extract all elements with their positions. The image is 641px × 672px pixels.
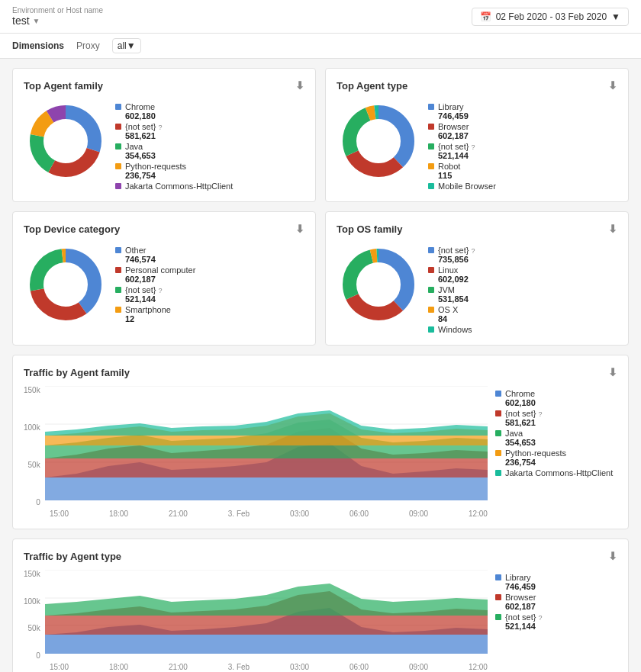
legend-dot — [495, 594, 501, 600]
svg-point-11 — [357, 120, 400, 162]
legend-dot — [428, 247, 434, 253]
agent-type-donut — [337, 99, 420, 185]
top-agent-type-card: Top Agent type ⬇ — [325, 68, 629, 202]
legend-item: Smartphone 12 — [115, 305, 195, 323]
legend-dot — [115, 143, 121, 150]
agent-type-legend: Library 746,459 Browser 602,187 — [428, 99, 496, 191]
top-device-category-title: Top Device category — [24, 223, 120, 235]
legend-item: {not set} ? 581,621 — [495, 409, 617, 427]
x-label: 18:00 — [109, 663, 128, 671]
header: Environment or Host name test ▼ 📅 02 Feb… — [0, 0, 641, 59]
legend-dot — [495, 574, 501, 580]
svg-point-22 — [357, 263, 400, 306]
traffic-agent-family-card: Traffic by Agent family ⬇ 150k 100k 50k … — [12, 355, 629, 529]
traffic-agent-family-title: Traffic by Agent family — [24, 367, 130, 378]
legend-item: Library 746,459 — [495, 573, 617, 591]
legend-dot — [428, 307, 434, 313]
top-agent-family-card: Top Agent family ⬇ — [12, 68, 316, 202]
env-name: test — [12, 14, 30, 27]
legend-dot — [115, 247, 121, 253]
y-label: 50k — [28, 461, 40, 469]
legend-dot — [495, 450, 501, 456]
download-agent-family[interactable]: ⬇ — [295, 79, 304, 92]
svg-point-16 — [44, 263, 87, 306]
date-range-picker[interactable]: 📅 02 Feb 2020 - 03 Feb 2020 ▼ — [472, 8, 629, 26]
top-agent-family-title: Top Agent family — [24, 80, 103, 92]
legend-dot — [495, 410, 501, 416]
legend-item: Jakarta Commons-HttpClient — [495, 468, 617, 477]
os-family-donut — [337, 243, 420, 329]
legend-item: Python-requests 236,754 — [495, 449, 617, 467]
legend-item: Windows — [428, 325, 475, 334]
y-label: 0 — [36, 651, 40, 660]
all-select[interactable]: all ▼ — [112, 38, 141, 53]
traffic-agent-family-legend: Chrome 602,180 {not set} ? 581,621 Java — [495, 386, 617, 518]
x-label: 21:00 — [169, 510, 188, 518]
y-label: 100k — [24, 423, 40, 432]
all-arrow: ▼ — [127, 40, 136, 51]
legend-item: {not set} ? 521,144 — [495, 613, 617, 631]
all-label: all — [118, 40, 127, 51]
x-label: 12:00 — [469, 510, 488, 518]
download-traffic-agent-family[interactable]: ⬇ — [608, 366, 617, 378]
device-category-legend: Other 746,574 Personal computer 602,187 — [115, 243, 195, 323]
x-label: 3. Feb — [228, 510, 250, 518]
x-label: 09:00 — [409, 510, 428, 518]
svg-marker-31 — [45, 410, 488, 436]
legend-dot — [115, 104, 121, 110]
agent-family-donut — [24, 99, 108, 185]
x-label: 09:00 — [409, 663, 428, 671]
legend-item: Linux 602,092 — [428, 265, 475, 284]
legend-item: {not set} ? 521,144 — [428, 142, 496, 160]
legend-item: {not set} ? 521,144 — [115, 285, 195, 304]
env-dropdown-arrow[interactable]: ▼ — [33, 17, 40, 25]
legend-dot — [428, 287, 434, 293]
download-traffic-agent-type[interactable]: ⬇ — [608, 550, 617, 562]
x-label: 06:00 — [349, 510, 369, 518]
download-agent-type[interactable]: ⬇ — [608, 79, 617, 92]
legend-item: Personal computer 602,187 — [115, 265, 195, 284]
legend-item: Browser 602,187 — [428, 122, 496, 140]
legend-dot — [428, 124, 434, 130]
legend-item: OS X 84 — [428, 305, 475, 323]
proxy-button[interactable]: Proxy — [76, 40, 100, 51]
top-agent-type-title: Top Agent type — [337, 80, 407, 92]
top-os-family-title: Top OS family — [337, 223, 402, 235]
x-label: 3. Feb — [228, 663, 250, 671]
legend-dot — [115, 267, 121, 273]
x-label: 06:00 — [349, 663, 369, 671]
legend-dot — [495, 391, 501, 397]
download-device-category[interactable]: ⬇ — [295, 223, 304, 235]
legend-item: Library 746,459 — [428, 102, 496, 121]
top-os-family-card: Top OS family ⬇ — [325, 211, 629, 346]
os-family-legend: {not set} ? 735,856 Linux 602,092 — [428, 243, 475, 334]
main-content: Top Agent family ⬇ — [0, 59, 641, 672]
legend-item: Chrome 602,180 — [115, 102, 233, 121]
svg-marker-38 — [45, 584, 488, 616]
legend-dot — [495, 614, 501, 620]
download-os-family[interactable]: ⬇ — [608, 223, 617, 235]
x-label: 21:00 — [169, 663, 188, 671]
legend-dot — [115, 163, 121, 169]
legend-item: Java 354,653 — [115, 142, 233, 160]
top-device-category-card: Top Device category ⬇ — [12, 211, 316, 346]
legend-dot — [115, 307, 121, 313]
dimensions-label: Dimensions — [12, 40, 64, 51]
calendar-icon: 📅 — [480, 11, 491, 22]
svg-point-5 — [44, 120, 87, 162]
legend-dot — [428, 163, 434, 169]
legend-item: Mobile Browser — [428, 182, 496, 191]
date-range-arrow: ▼ — [611, 11, 620, 22]
donut-charts-grid: Top Agent family ⬇ — [12, 68, 629, 346]
y-label: 100k — [24, 597, 40, 606]
legend-dot — [115, 287, 121, 293]
legend-item: JVM 531,854 — [428, 285, 475, 304]
legend-item: {not set} ? 735,856 — [428, 246, 475, 264]
y-label: 0 — [36, 498, 40, 506]
x-label: 18:00 — [109, 510, 128, 518]
legend-dot — [115, 124, 121, 130]
legend-item: {not set} ? 581,621 — [115, 122, 233, 140]
x-label: 15:00 — [50, 663, 69, 671]
legend-item: Chrome 602,180 — [495, 389, 617, 407]
y-label: 50k — [28, 624, 40, 632]
